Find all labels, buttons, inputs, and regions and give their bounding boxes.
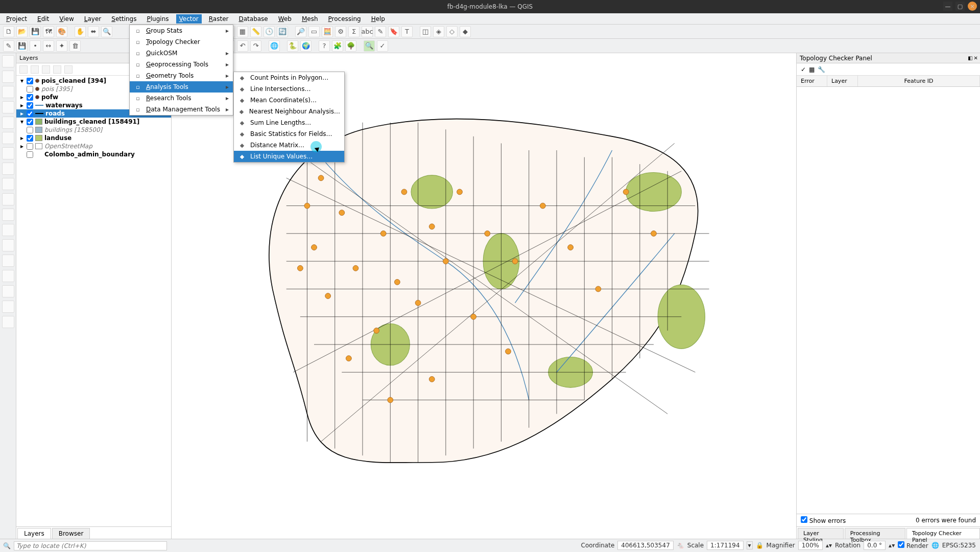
add-spatialite-button[interactable] bbox=[2, 117, 14, 129]
style-manager-button[interactable]: 🎨 bbox=[56, 26, 67, 37]
analysis-tools-submenu[interactable]: ◆Count Points in Polygon…◆Line Intersect… bbox=[233, 72, 345, 163]
layout-manager-button[interactable]: 🗺 bbox=[43, 26, 54, 37]
layer-visibility-button[interactable] bbox=[42, 65, 50, 74]
annotate-button[interactable]: ✎ bbox=[375, 26, 386, 37]
menuitem-distance-matrix[interactable]: ◆Distance Matrix… bbox=[234, 140, 344, 151]
menu-settings[interactable]: Settings bbox=[108, 14, 139, 24]
menuitem-count-points-in-polygon[interactable]: ◆Count Points in Polygon… bbox=[234, 72, 344, 83]
zoom-full-button[interactable]: 🔎 bbox=[295, 26, 306, 37]
menu-project[interactable]: Project bbox=[3, 14, 30, 24]
mag-stepper[interactable]: ▴▾ bbox=[826, 542, 832, 549]
menuitem-nearest-neighbour-analysis[interactable]: ◆Nearest Neighbour Analysis… bbox=[234, 106, 344, 117]
layer-buildings_cleaned[interactable]: ▾buildings_cleaned [158491] bbox=[16, 118, 171, 126]
menu-web[interactable]: Web bbox=[275, 14, 295, 24]
add-gpkg-button[interactable] bbox=[2, 209, 14, 221]
rot-stepper[interactable]: ▴▾ bbox=[889, 542, 895, 549]
plugins-button[interactable]: 🧩 bbox=[332, 40, 343, 52]
processing-button[interactable]: ⚙ bbox=[335, 26, 346, 37]
add-vector-button[interactable] bbox=[2, 55, 14, 67]
vector-menu-dropdown[interactable]: ▫Group Stats▸▫Topology Checker▫QuickOSM▸… bbox=[129, 25, 233, 116]
menu-layer[interactable]: Layer bbox=[81, 14, 104, 24]
menuitem-geometry-tools[interactable]: ▫Geometry Tools▸ bbox=[130, 70, 233, 81]
show-errors-checkbox[interactable]: Show errors bbox=[801, 516, 846, 524]
menuitem-quickosm[interactable]: ▫QuickOSM▸ bbox=[130, 48, 233, 59]
menu-raster[interactable]: Raster bbox=[206, 14, 232, 24]
save-edits-button[interactable]: 💾 bbox=[16, 40, 28, 52]
add-wcs-button[interactable] bbox=[2, 270, 14, 282]
crs-value[interactable]: EPSG:5235 bbox=[942, 542, 976, 549]
col-error[interactable]: Error bbox=[797, 76, 827, 86]
add-postgis-button[interactable] bbox=[2, 132, 14, 144]
node-tool-button[interactable]: ✦ bbox=[56, 40, 67, 52]
pan-selection-button[interactable]: ⬌ bbox=[88, 26, 99, 37]
add-poly-button[interactable] bbox=[2, 316, 14, 328]
zoom-in-button[interactable]: 🔍 bbox=[101, 26, 112, 37]
layer-add-group-button[interactable] bbox=[31, 65, 39, 74]
temporal-button[interactable]: 🕓 bbox=[264, 26, 275, 37]
menuitem-analysis-tools[interactable]: ▫Analysis Tools▸ bbox=[130, 81, 233, 93]
text-button[interactable]: T bbox=[401, 26, 413, 37]
new-project-button[interactable]: 🗋 bbox=[3, 26, 14, 37]
col-layer[interactable]: Layer bbox=[827, 76, 858, 86]
menuitem-group-stats[interactable]: ▫Group Stats▸ bbox=[130, 25, 233, 36]
open-project-button[interactable]: 📂 bbox=[16, 26, 28, 37]
undo-button[interactable]: ↶ bbox=[237, 40, 248, 52]
maximize-button[interactable]: ▢ bbox=[955, 2, 965, 11]
menu-plugins[interactable]: Plugins bbox=[144, 14, 172, 24]
attributes-button[interactable]: ▦ bbox=[237, 26, 248, 37]
validate-all-button[interactable]: ✓ bbox=[801, 66, 806, 73]
menu-processing[interactable]: Processing bbox=[325, 14, 364, 24]
globe-dark-icon[interactable]: 🌐 bbox=[269, 40, 280, 52]
menu-view[interactable]: View bbox=[56, 14, 77, 24]
locator-input[interactable] bbox=[14, 541, 167, 550]
menuitem-research-tools[interactable]: ▫Research Tools▸ bbox=[130, 93, 233, 104]
validate-extent-button[interactable]: ▦ bbox=[809, 66, 815, 73]
add-point-button[interactable] bbox=[2, 285, 14, 297]
menu-database[interactable]: Database bbox=[235, 14, 271, 24]
menu-help[interactable]: Help bbox=[368, 14, 388, 24]
panel-undock-icon[interactable]: ◧ bbox=[968, 55, 972, 61]
new-gpkg-button[interactable] bbox=[2, 239, 14, 251]
layer-buildings[interactable]: buildings [158500] bbox=[16, 126, 171, 134]
add-csv-button[interactable] bbox=[2, 101, 14, 113]
add-wms-button[interactable] bbox=[2, 147, 14, 159]
layer-expr-button[interactable] bbox=[64, 65, 73, 74]
configure-rules-button[interactable]: 🔧 bbox=[818, 66, 825, 73]
add-wfs-button[interactable] bbox=[2, 163, 14, 175]
add-raster-button[interactable] bbox=[2, 71, 14, 83]
menuitem-data-management-tools[interactable]: ▫Data Management Tools▸ bbox=[130, 104, 233, 115]
layer-style-button[interactable] bbox=[19, 65, 28, 74]
scale-field[interactable]: 1:171194 bbox=[707, 541, 744, 550]
zoom-select-button[interactable]: 🔍 bbox=[364, 40, 375, 52]
menuitem-list-unique-values[interactable]: ◆List Unique Values… bbox=[234, 151, 344, 162]
panel-close-icon[interactable]: ✕ bbox=[974, 55, 978, 61]
labels-button[interactable]: abc bbox=[362, 26, 373, 37]
tab-layers[interactable]: Layers bbox=[17, 528, 51, 539]
tab-topology-checker[interactable]: Topology Checker Panel bbox=[906, 528, 980, 539]
tab-layer-styling[interactable]: Layer Styling bbox=[798, 528, 844, 539]
coord-field[interactable]: 406613,503547 bbox=[617, 541, 673, 550]
refresh-button[interactable]: 🔄 bbox=[277, 26, 288, 37]
globe-button[interactable]: 🌍 bbox=[300, 40, 312, 52]
move-feature-button[interactable]: ↔ bbox=[43, 40, 54, 52]
data-source-button[interactable] bbox=[2, 255, 14, 267]
deselect-button[interactable]: ◇ bbox=[446, 26, 458, 37]
scale-dropdown-button[interactable]: ▾ bbox=[747, 541, 753, 549]
layer-colombo_admin_boundary[interactable]: Colombo_admin_boundary bbox=[16, 150, 171, 158]
col-featureid[interactable]: Feature ID bbox=[858, 76, 980, 86]
layer-openstreetmap[interactable]: ▸OpenStreetMap bbox=[16, 142, 171, 150]
tab-browser[interactable]: Browser bbox=[52, 528, 90, 539]
extents-icon[interactable]: 🐁 bbox=[677, 542, 684, 549]
modify-button[interactable]: ◆ bbox=[460, 26, 471, 37]
menu-edit[interactable]: Edit bbox=[34, 14, 52, 24]
menu-vector[interactable]: Vector bbox=[176, 14, 202, 24]
lock-icon[interactable]: 🔒 bbox=[756, 542, 763, 549]
topo-check-button[interactable]: ✓ bbox=[377, 40, 388, 52]
layers-list[interactable]: ▾pois_cleaned [394]pois [395]▸pofw▸water… bbox=[16, 76, 171, 526]
menuitem-sum-line-lengths[interactable]: ◆Sum Line Lengths… bbox=[234, 117, 344, 128]
close-button[interactable]: × bbox=[968, 2, 977, 11]
add-line-button[interactable] bbox=[2, 301, 14, 313]
zoom-layer-button[interactable]: ▭ bbox=[308, 26, 320, 37]
pan-button[interactable]: ✋ bbox=[75, 26, 86, 37]
save-project-button[interactable]: 💾 bbox=[30, 26, 41, 37]
